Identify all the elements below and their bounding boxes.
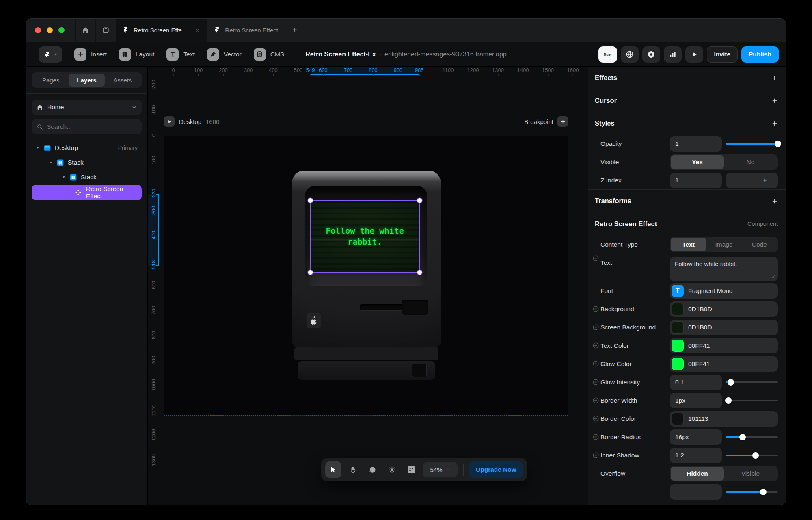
slider-track[interactable]: [726, 436, 778, 438]
home-button[interactable]: [76, 19, 96, 42]
sidebar-tab-assets[interactable]: Assets: [105, 74, 140, 87]
toolbar-menu-cms[interactable]: CMS: [254, 48, 284, 61]
plugins-button[interactable]: [642, 46, 660, 63]
slider[interactable]: [726, 375, 778, 390]
slider[interactable]: [726, 448, 778, 463]
segment-option-hidden[interactable]: Hidden: [671, 467, 724, 481]
color-swatch[interactable]: [672, 340, 684, 352]
slider[interactable]: [726, 429, 778, 445]
color-picker[interactable]: 00FF41: [670, 356, 778, 372]
desktop-breakpoint-frame[interactable]: Follow the white rabbit.: [164, 136, 568, 415]
segment-option-yes[interactable]: Yes: [671, 155, 724, 169]
segment-option-code[interactable]: Code: [742, 238, 777, 251]
selection-outline[interactable]: [310, 200, 420, 273]
color-swatch[interactable]: [672, 321, 684, 334]
resize-handle-bottom-right[interactable]: [417, 270, 422, 275]
value-input[interactable]: [670, 484, 722, 500]
inbox-button[interactable]: [96, 19, 116, 42]
connect-variable-icon[interactable]: [592, 324, 599, 331]
segment-option-image[interactable]: Image: [706, 238, 741, 251]
connect-variable-icon[interactable]: [592, 397, 599, 404]
site-settings-button[interactable]: [621, 46, 639, 63]
text-content-input[interactable]: Follow the white rabbit.: [670, 257, 778, 281]
layer-row-retro-screen-effect[interactable]: Retro Screen Effect: [32, 185, 142, 200]
breakpoint-name[interactable]: Desktop: [179, 118, 201, 125]
framer-menu-button[interactable]: [39, 46, 62, 63]
pan-tool-button[interactable]: [345, 462, 361, 478]
layer-row-desktop[interactable]: DesktopPrimary: [32, 141, 142, 155]
resize-handle-top-right[interactable]: [417, 198, 422, 203]
new-tab-button[interactable]: +: [285, 19, 304, 42]
preview-button[interactable]: [685, 46, 703, 63]
connect-variable-icon[interactable]: [592, 415, 599, 422]
add-cursor-button[interactable]: [771, 98, 778, 104]
toolbar-menu-text[interactable]: Text: [166, 48, 194, 61]
increment-button[interactable]: +: [752, 173, 778, 188]
slider[interactable]: [726, 484, 778, 500]
color-picker[interactable]: 0D1B0D: [670, 301, 778, 317]
value-input[interactable]: 1px: [670, 393, 722, 408]
slider-knob[interactable]: [775, 141, 781, 147]
slider-knob[interactable]: [728, 379, 734, 386]
segment-option-no[interactable]: No: [724, 155, 777, 169]
add-styles-button[interactable]: [771, 120, 778, 127]
browser-tab[interactable]: Retro Screen Effe..: [116, 19, 207, 42]
select-tool-button[interactable]: [325, 462, 341, 478]
value-input[interactable]: 1: [670, 136, 722, 152]
add-breakpoint-button[interactable]: [557, 116, 568, 127]
resize-grip-icon[interactable]: [771, 274, 775, 278]
layer-row-stack[interactable]: Stack: [32, 156, 142, 169]
invite-button[interactable]: Invite: [707, 46, 738, 63]
caret-down-icon[interactable]: [62, 175, 66, 179]
color-swatch[interactable]: [672, 358, 684, 370]
presence-chip[interactable]: Rue.: [598, 46, 617, 63]
value-input[interactable]: 16px: [670, 429, 722, 445]
color-swatch[interactable]: [672, 303, 684, 315]
slider-knob[interactable]: [739, 434, 746, 440]
slider-knob[interactable]: [725, 397, 732, 404]
layer-search[interactable]: [32, 119, 142, 134]
connect-variable-icon[interactable]: [592, 306, 599, 312]
sidebar-tab-pages[interactable]: Pages: [33, 74, 69, 87]
analytics-button[interactable]: [664, 46, 682, 63]
connect-variable-icon[interactable]: [592, 360, 599, 367]
search-input[interactable]: [47, 123, 137, 130]
slider-knob[interactable]: [760, 489, 767, 495]
resize-handle-top-left[interactable]: [308, 198, 313, 203]
insert-panel-button[interactable]: [403, 462, 419, 478]
slider-track[interactable]: [726, 491, 778, 493]
toolbar-menu-vector[interactable]: Vector: [207, 48, 242, 61]
page-selector[interactable]: Home: [32, 100, 142, 115]
color-picker[interactable]: 0D1B0D: [670, 320, 778, 335]
caret-down-icon[interactable]: [36, 146, 40, 150]
zoom-window-button[interactable]: [58, 27, 65, 33]
slider[interactable]: [726, 136, 778, 152]
minimize-window-button[interactable]: [47, 27, 53, 33]
browser-tab[interactable]: Retro Screen Effect: [207, 19, 285, 42]
add-transforms-button[interactable]: [771, 198, 778, 204]
add-effects-button[interactable]: [771, 75, 778, 81]
decrement-button[interactable]: −: [726, 173, 752, 188]
close-window-button[interactable]: [35, 27, 41, 33]
segment-option-text[interactable]: Text: [671, 238, 706, 251]
close-tab-icon[interactable]: [195, 28, 201, 33]
slider-track[interactable]: [726, 400, 778, 401]
sidebar-tab-layers[interactable]: Layers: [69, 74, 104, 87]
canvas[interactable]: 0100200300400500549600700800900985110012…: [148, 67, 588, 505]
color-picker[interactable]: 00FF41: [670, 338, 778, 353]
zoom-select[interactable]: 54%: [423, 462, 458, 477]
segment-option-visible[interactable]: Visible: [724, 467, 777, 481]
connect-variable-icon[interactable]: [592, 379, 599, 386]
resize-handle-bottom-left[interactable]: [308, 270, 313, 275]
comments-button[interactable]: [364, 462, 380, 478]
value-input[interactable]: 1.2: [670, 448, 722, 463]
upgrade-button[interactable]: Upgrade Now: [469, 462, 523, 478]
publish-button[interactable]: Publish: [741, 46, 779, 63]
connect-variable-icon[interactable]: [592, 342, 599, 349]
color-swatch[interactable]: [672, 413, 684, 425]
connect-variable-icon[interactable]: [592, 255, 599, 262]
value-input[interactable]: 0.1: [670, 375, 722, 390]
connect-variable-icon[interactable]: [592, 452, 599, 459]
color-picker[interactable]: 101113: [670, 411, 778, 427]
toolbar-menu-layout[interactable]: Layout: [119, 48, 155, 61]
